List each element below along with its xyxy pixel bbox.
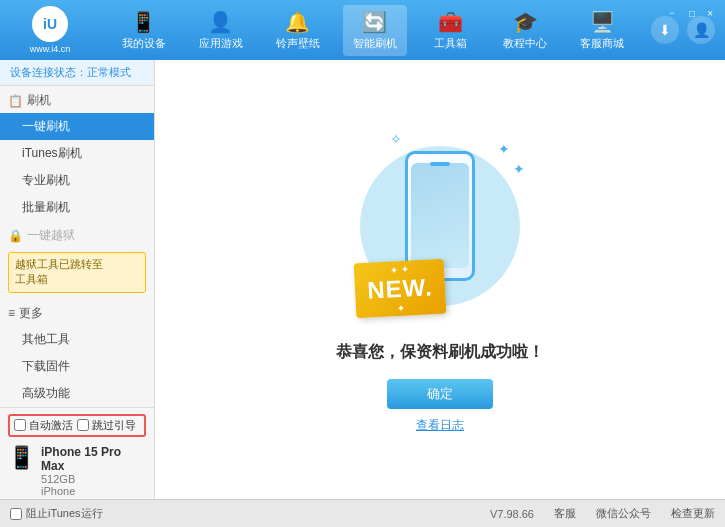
sparkle-icon: ✦ ✦	[389, 263, 408, 275]
sidebar-item-one-click-flash[interactable]: 一键刷机	[0, 113, 154, 140]
status-value: 正常模式	[87, 66, 131, 78]
nav-toolbox-label: 工具箱	[434, 36, 467, 51]
view-log-link[interactable]: 查看日志	[416, 417, 464, 434]
topbar: iU www.i4.cn 📱 我的设备 👤 应用游戏 🔔 铃声壁纸 🔄 智能刷机	[0, 0, 725, 60]
phone-screen	[411, 163, 469, 268]
nav-service[interactable]: 🖥️ 客服商城	[570, 5, 634, 56]
sidebar-item-download-firmware[interactable]: 下载固件	[0, 353, 154, 380]
service-icon: 🖥️	[590, 10, 615, 34]
sidebar: 设备连接状态：正常模式 📋 刷机 一键刷机 iTunes刷机 专业刷机 批量刷机…	[0, 60, 155, 499]
star-icon-2: ✦	[513, 161, 525, 177]
device-info: 📱 iPhone 15 Pro Max 512GB iPhone	[8, 441, 146, 499]
sidebar-item-advanced[interactable]: 高级功能	[0, 380, 154, 407]
sidebar-item-itunes-flash[interactable]: iTunes刷机	[0, 140, 154, 167]
jailbreak-notice: 越狱工具已跳转至工具箱	[8, 252, 146, 293]
flash-section-label: 刷机	[27, 92, 51, 109]
auto-activate-checkbox[interactable]: 自动激活	[14, 418, 73, 433]
feedback-link[interactable]: 客服	[554, 506, 576, 521]
my-device-icon: 📱	[131, 10, 156, 34]
device-type: iPhone	[41, 485, 146, 497]
check-update-link[interactable]: 检查更新	[671, 506, 715, 521]
bottombar: 阻止iTunes运行 V7.98.66 客服 微信公众号 检查更新	[0, 499, 725, 527]
nav-bar: 📱 我的设备 👤 应用游戏 🔔 铃声壁纸 🔄 智能刷机 🧰 工具箱 🎓	[105, 5, 641, 56]
nav-app-games[interactable]: 👤 应用游戏	[189, 5, 253, 56]
nav-ringtone-label: 铃声壁纸	[276, 36, 320, 51]
nav-service-label: 客服商城	[580, 36, 624, 51]
status-label: 设备连接状态：	[10, 66, 87, 78]
star-icon-3: ✧	[390, 131, 402, 147]
device-area: 自动激活 跳过引导 📱 iPhone 15 Pro Max 512GB iPho…	[0, 407, 154, 499]
logo-icon: iU	[32, 6, 68, 42]
new-badge-text: NEW.	[367, 272, 434, 303]
success-message: 恭喜您，保资料刷机成功啦！	[336, 342, 544, 363]
tutorial-icon: 🎓	[513, 10, 538, 34]
jailbreak-section-header: 🔒 一键越狱	[0, 221, 154, 248]
sidebar-item-pro-flash[interactable]: 专业刷机	[0, 167, 154, 194]
status-bar: 设备连接状态：正常模式	[0, 60, 154, 86]
phone-notch	[430, 162, 450, 166]
skip-guide-input[interactable]	[77, 419, 89, 431]
auto-options-row: 自动激活 跳过引导	[8, 414, 146, 437]
version-label: V7.98.66	[490, 508, 534, 520]
block-itunes-input[interactable]	[10, 508, 22, 520]
block-itunes-label: 阻止iTunes运行	[26, 506, 103, 521]
device-name: iPhone 15 Pro Max	[41, 445, 146, 473]
auto-activate-input[interactable]	[14, 419, 26, 431]
maximize-button[interactable]: □	[685, 6, 699, 21]
device-storage: 512GB	[41, 473, 146, 485]
sidebar-item-batch-flash[interactable]: 批量刷机	[0, 194, 154, 221]
more-section-icon: ≡	[8, 306, 15, 320]
close-button[interactable]: ×	[703, 6, 717, 21]
jailbreak-label: 一键越狱	[27, 227, 75, 244]
nav-toolbox[interactable]: 🧰 工具箱	[420, 5, 480, 56]
wechat-link[interactable]: 微信公众号	[596, 506, 651, 521]
main-layout: 设备连接状态：正常模式 📋 刷机 一键刷机 iTunes刷机 专业刷机 批量刷机…	[0, 60, 725, 499]
nav-my-device[interactable]: 📱 我的设备	[112, 5, 176, 56]
star-icon-1: ✦	[498, 141, 510, 157]
block-itunes-checkbox[interactable]: 阻止iTunes运行	[10, 503, 103, 524]
main-content: ✦ ✦ ✧ ✦ ✦ NEW. ✦ 恭喜您，保资料刷机成功啦！ 确定 查看日志	[155, 60, 725, 499]
more-section-label: 更多	[19, 305, 43, 322]
lock-icon: 🔒	[8, 229, 23, 243]
confirm-button[interactable]: 确定	[387, 379, 493, 409]
nav-smart-flash[interactable]: 🔄 智能刷机	[343, 5, 407, 56]
nav-smart-flash-label: 智能刷机	[353, 36, 397, 51]
logo-area: iU www.i4.cn	[10, 6, 90, 54]
device-phone-icon: 📱	[8, 445, 35, 471]
device-details: iPhone 15 Pro Max 512GB iPhone	[41, 445, 146, 497]
nav-app-games-label: 应用游戏	[199, 36, 243, 51]
logo-url: www.i4.cn	[30, 44, 71, 54]
nav-tutorial-label: 教程中心	[503, 36, 547, 51]
flash-section-header: 📋 刷机	[0, 86, 154, 113]
toolbox-icon: 🧰	[438, 10, 463, 34]
sidebar-item-other-tools[interactable]: 其他工具	[0, 326, 154, 353]
minimize-button[interactable]: －	[663, 4, 681, 22]
window-controls: － □ ×	[663, 4, 717, 22]
phone-illustration: ✦ ✦ ✧ ✦ ✦ NEW. ✦	[350, 126, 530, 326]
more-section-header: ≡ 更多	[0, 297, 154, 326]
nav-ringtone[interactable]: 🔔 铃声壁纸	[266, 5, 330, 56]
app-games-icon: 👤	[208, 10, 233, 34]
ringtone-icon: 🔔	[285, 10, 310, 34]
new-banner: ✦ ✦ NEW. ✦	[354, 258, 447, 318]
nav-tutorial[interactable]: 🎓 教程中心	[493, 5, 557, 56]
nav-my-device-label: 我的设备	[122, 36, 166, 51]
flash-section-icon: 📋	[8, 94, 23, 108]
smart-flash-icon: 🔄	[362, 10, 387, 34]
sparkle-icon-2: ✦	[397, 302, 406, 313]
skip-guide-checkbox[interactable]: 跳过引导	[77, 418, 136, 433]
